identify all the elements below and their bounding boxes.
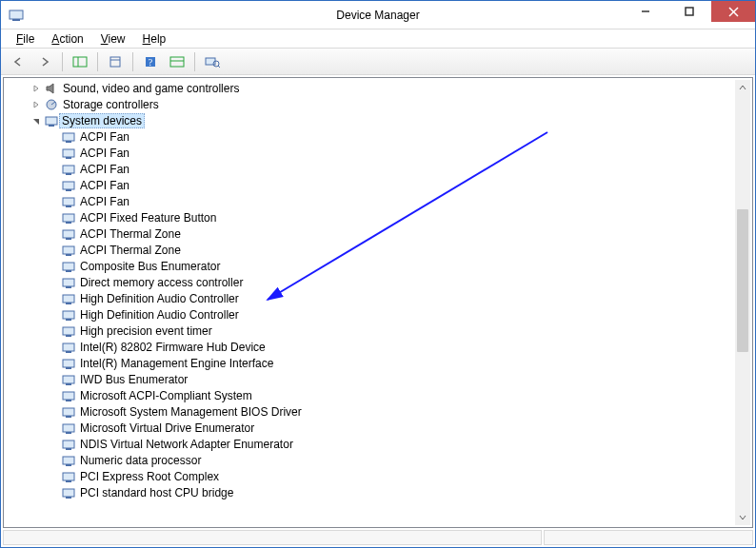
chip-icon bbox=[61, 259, 76, 274]
menu-help[interactable]: Help bbox=[135, 31, 174, 47]
scan-hardware-icon[interactable] bbox=[201, 51, 224, 72]
tree-device[interactable]: ACPI Fan bbox=[6, 193, 735, 209]
svg-rect-23 bbox=[66, 157, 71, 159]
svg-rect-32 bbox=[63, 230, 74, 238]
svg-rect-38 bbox=[63, 279, 74, 286]
help-icon[interactable]: ? bbox=[139, 51, 162, 72]
expand-icon[interactable] bbox=[29, 100, 44, 109]
svg-rect-57 bbox=[66, 432, 71, 434]
tree-pane: Sound, video and game controllersStorage… bbox=[3, 77, 753, 528]
tree-item-label: Sound, video and game controllers bbox=[62, 82, 240, 95]
tree-device[interactable]: Microsoft Virtual Drive Enumerator bbox=[6, 420, 735, 436]
tree-device[interactable]: Microsoft System Management BIOS Driver bbox=[6, 403, 735, 420]
tree-item-label: Storage controllers bbox=[62, 98, 160, 111]
menubar: File Action View Help bbox=[1, 29, 755, 49]
tree-item-label: NDIS Virtual Network Adapter Enumerator bbox=[79, 438, 294, 451]
status-panel bbox=[3, 530, 542, 545]
svg-rect-24 bbox=[63, 166, 74, 173]
svg-line-16 bbox=[218, 66, 220, 68]
svg-rect-45 bbox=[66, 335, 71, 337]
chip-icon bbox=[61, 275, 76, 290]
tree-device[interactable]: ACPI Fan bbox=[6, 161, 735, 177]
svg-rect-19 bbox=[49, 125, 54, 127]
toolbar-separator bbox=[62, 52, 63, 71]
tree-device[interactable]: Microsoft ACPI-Compliant System bbox=[6, 387, 735, 403]
chip-icon bbox=[61, 437, 76, 452]
collapse-icon[interactable] bbox=[29, 116, 44, 126]
scroll-down-icon[interactable] bbox=[735, 510, 750, 525]
tree-device[interactable]: PCI Express Root Complex bbox=[6, 468, 735, 484]
svg-rect-49 bbox=[66, 367, 71, 369]
svg-rect-41 bbox=[66, 303, 71, 304]
svg-rect-21 bbox=[66, 141, 71, 143]
svg-rect-34 bbox=[63, 246, 74, 254]
svg-rect-47 bbox=[66, 351, 71, 353]
tree-device[interactable]: IWD Bus Enumerator bbox=[6, 371, 735, 387]
tree-item-label: ACPI Fan bbox=[79, 195, 130, 208]
menu-action[interactable]: Action bbox=[44, 31, 90, 47]
tree-item-label: Microsoft System Management BIOS Driver bbox=[79, 405, 303, 419]
tree-device[interactable]: ACPI Fan bbox=[6, 145, 735, 161]
svg-rect-30 bbox=[63, 214, 74, 222]
tree-item-label: ACPI Fan bbox=[79, 147, 130, 160]
tree-device[interactable]: Intel(R) Management Engine Interface bbox=[6, 355, 735, 371]
tree-device[interactable]: PCI standard host CPU bridge bbox=[6, 484, 735, 500]
tree-device[interactable]: Intel(R) 82802 Firmware Hub Device bbox=[6, 339, 735, 355]
svg-rect-50 bbox=[63, 376, 74, 383]
scroll-up-icon[interactable] bbox=[735, 80, 750, 95]
tree-device[interactable]: Numeric data processor bbox=[6, 452, 735, 468]
svg-rect-22 bbox=[63, 149, 74, 157]
tree-category[interactable]: Sound, video and game controllers bbox=[6, 80, 735, 96]
tree-device[interactable]: ACPI Thermal Zone bbox=[6, 225, 735, 242]
scroll-thumb[interactable] bbox=[737, 209, 748, 352]
close-button[interactable] bbox=[711, 1, 755, 22]
chip-icon bbox=[61, 421, 76, 436]
forward-icon[interactable] bbox=[33, 51, 56, 72]
tree-item-label: Intel(R) 82802 Firmware Hub Device bbox=[79, 341, 267, 354]
svg-rect-8 bbox=[110, 57, 120, 67]
tree-category-system-devices[interactable]: System devices bbox=[6, 112, 735, 128]
svg-rect-48 bbox=[63, 360, 74, 367]
svg-rect-6 bbox=[73, 57, 87, 67]
chip-icon bbox=[61, 307, 76, 323]
menu-file[interactable]: File bbox=[9, 31, 42, 47]
chip-icon bbox=[61, 291, 76, 306]
tree-item-label: Microsoft Virtual Drive Enumerator bbox=[79, 421, 255, 435]
expand-icon[interactable] bbox=[29, 84, 44, 93]
show-hide-tree-icon[interactable] bbox=[69, 51, 91, 72]
toolbar-separator bbox=[132, 52, 133, 71]
tree-device[interactable]: ACPI Fan bbox=[6, 177, 735, 193]
svg-rect-26 bbox=[63, 182, 74, 189]
tree-item-label: High precision event timer bbox=[79, 324, 213, 338]
tree-device[interactable]: High Definition Audio Controller bbox=[6, 290, 735, 306]
svg-rect-12 bbox=[170, 57, 184, 67]
chip-icon bbox=[61, 226, 76, 242]
tree-device[interactable]: ACPI Thermal Zone bbox=[6, 242, 735, 258]
vertical-scrollbar[interactable] bbox=[735, 80, 750, 525]
tree-device[interactable]: Composite Bus Enumerator bbox=[6, 258, 735, 274]
tree-device[interactable]: High precision event timer bbox=[6, 323, 735, 339]
toolbar-separator bbox=[194, 52, 195, 71]
svg-rect-37 bbox=[66, 270, 71, 272]
maximize-button[interactable] bbox=[667, 1, 711, 22]
view-icon[interactable] bbox=[166, 51, 189, 72]
minimize-button[interactable] bbox=[624, 1, 667, 22]
tree-device[interactable]: NDIS Virtual Network Adapter Enumerator bbox=[6, 436, 735, 452]
chip-icon bbox=[61, 388, 76, 403]
tree-device[interactable]: ACPI Fan bbox=[6, 128, 735, 145]
chip-icon bbox=[61, 404, 76, 420]
chip-icon bbox=[61, 453, 76, 468]
tree-device[interactable]: High Definition Audio Controller bbox=[6, 306, 735, 323]
properties-icon[interactable] bbox=[104, 51, 127, 72]
scroll-track[interactable] bbox=[735, 95, 750, 510]
tree-device[interactable]: Direct memory access controller bbox=[6, 274, 735, 290]
svg-rect-1 bbox=[12, 19, 20, 21]
svg-rect-56 bbox=[63, 424, 74, 432]
tree-category[interactable]: Storage controllers bbox=[6, 96, 735, 112]
svg-rect-55 bbox=[66, 416, 71, 418]
device-tree[interactable]: Sound, video and game controllersStorage… bbox=[6, 80, 735, 525]
tree-device[interactable]: ACPI Fixed Feature Button bbox=[6, 209, 735, 225]
menu-view[interactable]: View bbox=[93, 31, 133, 47]
svg-rect-44 bbox=[63, 327, 74, 335]
back-icon[interactable] bbox=[7, 51, 30, 72]
